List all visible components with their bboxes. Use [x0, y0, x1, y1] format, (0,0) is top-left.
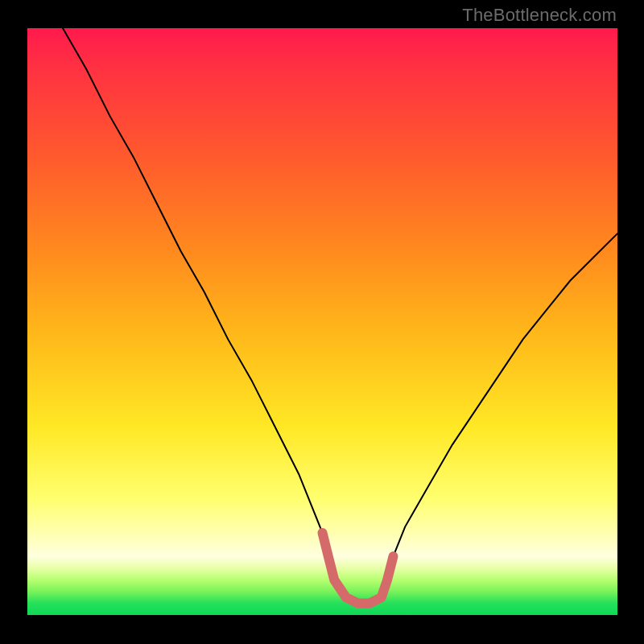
watermark-text: TheBottleneck.com: [462, 5, 617, 26]
optimal-range-marker-path: [323, 533, 394, 604]
bottleneck-curve-path: [63, 28, 617, 603]
bottleneck-curve: [63, 28, 617, 603]
optimal-range-marker: [323, 533, 394, 604]
chart-frame: TheBottleneck.com: [0, 0, 644, 644]
chart-overlay: [27, 28, 617, 615]
